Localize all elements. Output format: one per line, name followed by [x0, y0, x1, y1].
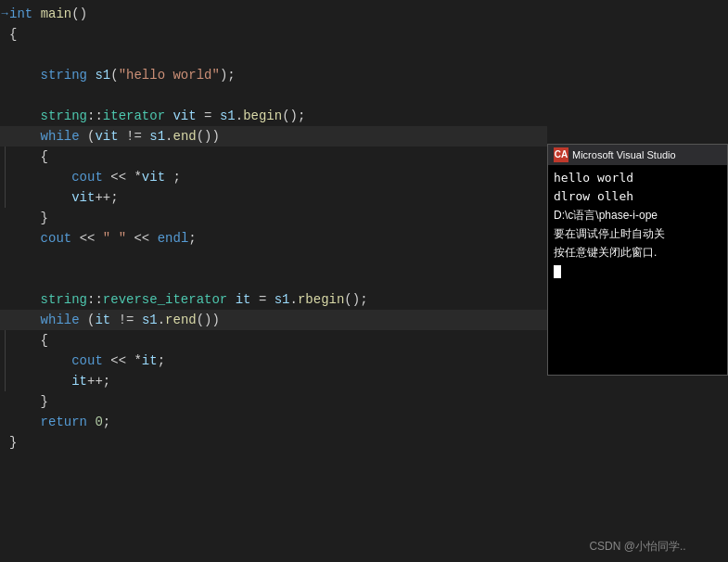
- code-line-19: it++;: [0, 371, 547, 391]
- left-border: [0, 351, 9, 371]
- line-content: [9, 269, 538, 289]
- console-app-icon: CA: [554, 147, 568, 162]
- code-editor: → int main() { string s1("hello world");: [0, 0, 547, 562]
- console-titlebar: CA Microsoft Visual Studio: [548, 145, 727, 165]
- console-title: Microsoft Visual Studio: [572, 149, 676, 160]
- watermark-text: CSDN @小怡同学..: [547, 539, 728, 555]
- code-lines: → int main() { string s1("hello world");: [0, 0, 547, 456]
- code-line-12: cout << " " << endl;: [0, 228, 547, 249]
- line-content: string::iterator vit = s1.begin();: [9, 106, 538, 126]
- code-line-16: while (it != s1.rend()): [0, 310, 547, 330]
- code-line-9: cout << *vit ;: [0, 167, 547, 187]
- line-content: int main(): [9, 4, 538, 24]
- left-border: [0, 187, 9, 208]
- code-line-11: }: [0, 208, 547, 228]
- code-line-5: [0, 85, 547, 106]
- left-border: [0, 330, 9, 351]
- line-content: return 0;: [9, 412, 538, 432]
- console-line-2: dlrow olleh: [554, 187, 722, 206]
- console-cursor: [554, 265, 561, 278]
- line-content: it++;: [9, 371, 538, 391]
- line-content: cout << *it;: [9, 351, 538, 371]
- code-line-2: {: [0, 24, 547, 45]
- code-line-15: string::reverse_iterator it = s1.rbegin(…: [0, 289, 547, 310]
- code-line-6: string::iterator vit = s1.begin();: [0, 106, 547, 126]
- console-line-1: hello world: [554, 169, 722, 187]
- line-content: cout << " " << endl;: [9, 228, 538, 249]
- right-panel: CA Microsoft Visual Studio hello world d…: [547, 0, 728, 562]
- line-content: [9, 249, 538, 269]
- line-content: }: [9, 208, 538, 228]
- line-content: while (vit != s1.end()): [9, 126, 538, 147]
- code-line-1: → int main(): [0, 4, 547, 24]
- line-content: [9, 85, 538, 106]
- code-line-8: {: [0, 147, 547, 167]
- code-line-21: return 0;: [0, 412, 547, 432]
- code-line-13: [0, 249, 547, 269]
- line-content: string s1("hello world");: [9, 65, 538, 85]
- code-line-17: {: [0, 330, 547, 351]
- code-line-14: [0, 269, 547, 289]
- code-line-4: string s1("hello world");: [0, 65, 547, 85]
- code-line-7: while (vit != s1.end()): [0, 126, 547, 147]
- left-border: [0, 371, 9, 391]
- code-line-18: cout << *it;: [0, 351, 547, 371]
- line-content: while (it != s1.rend()): [9, 310, 538, 330]
- line-content: {: [9, 147, 538, 167]
- console-output: hello world dlrow olleh D:\c语言\phase-i-o…: [548, 165, 727, 284]
- console-line-4: 要在调试停止时自动关: [554, 224, 722, 243]
- code-line-10: vit++;: [0, 187, 547, 208]
- line-content: [9, 45, 538, 65]
- line-content: vit++;: [9, 187, 538, 208]
- line-content: string::reverse_iterator it = s1.rbegin(…: [9, 289, 538, 310]
- console-line-3: D:\c语言\phase-i-ope: [554, 206, 722, 224]
- line-content: {: [9, 24, 538, 45]
- code-line-20: }: [0, 391, 547, 412]
- left-border: →: [0, 4, 9, 24]
- line-content: }: [9, 391, 538, 412]
- console-cursor-line: [554, 262, 722, 280]
- console-window: CA Microsoft Visual Studio hello world d…: [547, 144, 728, 376]
- console-line-5: 按任意键关闭此窗口.: [554, 243, 722, 262]
- code-line-22: }: [0, 432, 547, 453]
- left-border: [0, 167, 9, 187]
- line-content: {: [9, 330, 538, 351]
- line-content: }: [9, 432, 538, 453]
- left-border: [0, 147, 9, 167]
- line-content: cout << *vit ;: [9, 167, 538, 187]
- code-line-3: [0, 45, 547, 65]
